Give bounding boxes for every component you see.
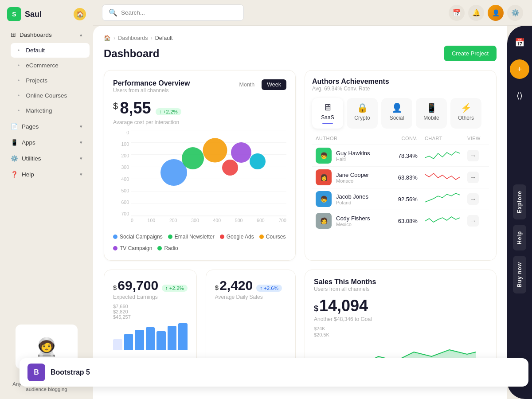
author-cell: 👦 Guy Hawkins Haiti (312, 145, 388, 167)
bootstrap-icon: B (27, 364, 45, 381)
sparkline-cell (421, 188, 464, 210)
utilities-icon: ⚙️ (11, 155, 18, 162)
bubble-chart: 700 600 500 400 300 200 100 0 (113, 130, 286, 227)
performance-card: Performance Overview Users from all chan… (104, 70, 296, 261)
sidebar-item-help[interactable]: ❓ Help ▾ (4, 167, 90, 182)
notification-button[interactable]: 🔔 (468, 5, 484, 21)
calendar-button[interactable]: 📅 (449, 5, 465, 21)
bubble-radio (250, 153, 266, 169)
view-button[interactable]: → (467, 215, 479, 227)
chevron-icon: ▾ (80, 156, 82, 161)
tab-month[interactable]: Month (234, 79, 260, 90)
view-cell[interactable]: → (464, 167, 489, 188)
plus-button[interactable]: + (510, 59, 529, 79)
legend-radio: Radio (157, 245, 178, 251)
author-cell: 👦 Jacob Jones Poland (312, 188, 388, 210)
legend-email: Email Newsletter (168, 234, 215, 240)
perf-title-area: Performance Overview Users from all chan… (113, 79, 190, 94)
avatar: 👩 (316, 169, 332, 185)
help-label[interactable]: Help (513, 225, 526, 250)
avatar: 🧑 (316, 213, 332, 229)
cat-tab-social[interactable]: 👤 Social (381, 98, 412, 129)
tab-week[interactable]: Week (262, 79, 286, 90)
content-area: 🏠 › Dashboards › Default Dashboard Creat… (93, 26, 532, 399)
mobile-icon: 📱 (426, 102, 437, 113)
sparkline-cell (421, 167, 464, 188)
view-cell[interactable]: → (464, 210, 489, 232)
author-cell: 👩 Jane Cooper Monaco (312, 167, 388, 188)
sparkline-chart (425, 192, 460, 205)
cat-tab-crypto[interactable]: 🔒 Crypto (347, 98, 378, 129)
right-panel: 📅 + ⟨⟩ Explore Help Buy now ⊞ (507, 26, 532, 399)
earnings-chart-values: $7,660 $2,820 $45,257 (113, 304, 188, 320)
breadcrumb: 🏠 › Dashboards › Default (104, 35, 497, 41)
sidebar-item-utilities[interactable]: ⚙️ Utilities ▾ (4, 151, 90, 166)
currency-symbol: $ (113, 101, 118, 111)
legend-social: Social Campaigns (113, 234, 163, 240)
view-cell[interactable]: → (464, 188, 489, 210)
page-header: Dashboard Create Project (104, 46, 497, 61)
legend-courses: Courses (259, 234, 286, 240)
saas-icon: 🖥 (323, 102, 332, 113)
bubbles-container (149, 130, 286, 205)
sidebar-item-online-courses[interactable]: Online Courses (11, 88, 90, 103)
sidebar-item-apps[interactable]: 📱 Apps ▾ (4, 135, 90, 150)
cat-label-saas: SaaS (321, 114, 334, 121)
cat-tab-mobile[interactable]: 📱 Mobile (416, 98, 447, 129)
view-cell[interactable]: → (464, 145, 489, 167)
cat-tab-others[interactable]: ⚡ Others (450, 98, 481, 129)
create-project-button[interactable]: Create Project (444, 46, 497, 61)
chevron-icon: ▾ (80, 172, 82, 177)
table-row: 👩 Jane Cooper Monaco 63.83% (312, 167, 489, 188)
earnings-currency: $ (113, 284, 117, 291)
code-button[interactable]: ⟨⟩ (510, 86, 529, 106)
sep2: › (151, 35, 153, 41)
search-box[interactable]: 🔍 (102, 4, 244, 21)
sidebar-item-pages[interactable]: 📄 Pages ▾ (4, 119, 90, 134)
pages-icon: 📄 (11, 123, 18, 130)
sidebar-label-projects: Projects (26, 77, 47, 84)
sparkline-chart (425, 214, 460, 227)
sales-subtitle: Users from all channels (314, 286, 487, 292)
explore-label[interactable]: Explore (513, 184, 526, 219)
sidebar-label-default: Default (26, 47, 45, 54)
bootstrap-label: Bootstrap 5 (51, 368, 90, 376)
author-location: Monaco (336, 178, 369, 184)
legend-tv: TV Campaign (113, 245, 152, 251)
tab-group: Month Week (234, 79, 286, 90)
authors-table: AUTHOR CONV. CHART VIEW � (312, 136, 489, 231)
table-row: 👦 Jacob Jones Poland 92.56% (312, 188, 489, 210)
chart-area (131, 130, 286, 216)
cat-tab-saas[interactable]: 🖥 SaaS (312, 98, 343, 129)
sidebar-sub-dashboards: Default eCommerce Projects Online Course… (0, 43, 93, 118)
authors-tbody: 👦 Guy Hawkins Haiti 78.34% (312, 145, 489, 232)
sidebar-item-default[interactable]: Default (11, 43, 90, 58)
sidebar-item-dashboards[interactable]: ⊞ Dashboards ▴ (4, 27, 90, 42)
col-view: VIEW (464, 136, 489, 145)
earnings-value: $ 69,700 ↑ +2.2% (113, 278, 188, 293)
breadcrumb-dashboards[interactable]: Dashboards (118, 35, 148, 41)
search-input[interactable] (121, 9, 237, 16)
buy-label[interactable]: Buy now (513, 256, 526, 293)
sidebar-item-ecommerce[interactable]: eCommerce (11, 58, 90, 73)
author-location: Mexico (336, 222, 370, 227)
bubble-courses (222, 160, 238, 176)
legend-google: Google Ads (220, 234, 254, 240)
sales-goal: Another $48,346 to Goal (314, 316, 487, 322)
earnings-label: Expected Earnings (113, 294, 188, 300)
sidebar-item-marketing[interactable]: Marketing (11, 103, 90, 118)
right-labels: Explore Help Buy now (513, 111, 526, 367)
view-button[interactable]: → (467, 172, 479, 183)
view-button[interactable]: → (467, 193, 479, 205)
bootstrap-badge: B Bootstrap 5 (20, 358, 528, 387)
view-button[interactable]: → (467, 150, 479, 161)
sparkline-chart (425, 171, 460, 183)
sidebar-label-dashboards: Dashboards (20, 31, 52, 38)
author-name: Jacob Jones (336, 193, 368, 200)
calendar-right-button[interactable]: 📅 (510, 33, 529, 52)
chart-legend: Social Campaigns Email Newsletter Google… (113, 234, 286, 251)
settings-button[interactable]: ⚙️ (507, 5, 523, 21)
sidebar-label-pages: Pages (22, 123, 39, 130)
sidebar-item-projects[interactable]: Projects (11, 73, 90, 88)
daily-number: 2,420 (219, 278, 253, 293)
